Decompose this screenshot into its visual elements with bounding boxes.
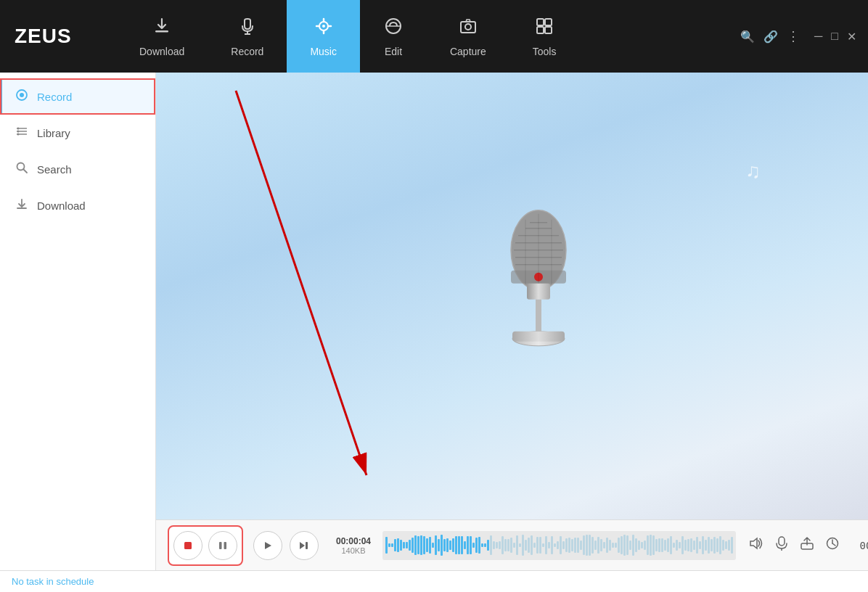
svg-point-23	[17, 131, 20, 133]
waveform-bar	[490, 535, 492, 555]
svg-rect-15	[537, 27, 544, 33]
waveform-bar	[626, 535, 629, 555]
waveform-bar	[507, 539, 509, 551]
time-counter-display: 00:00:00	[851, 540, 868, 551]
menu-titlebar-icon[interactable]: ⋮	[787, 28, 800, 44]
waveform-bar	[580, 540, 582, 549]
capture-nav-icon	[458, 16, 478, 41]
waveform-bar	[658, 538, 660, 551]
waveform-bar	[699, 541, 701, 548]
minimize-button[interactable]: ─	[814, 30, 822, 43]
microphone-illustration	[480, 207, 597, 369]
waveform-bar	[606, 538, 608, 553]
music-note-decoration: ♫	[745, 160, 761, 183]
waveform-bar	[493, 541, 495, 548]
nav-tab-edit[interactable]: Edit	[360, 0, 427, 73]
waveform-bar	[623, 535, 626, 555]
svg-marker-54	[750, 538, 757, 548]
waveform-bar	[513, 543, 515, 547]
transport-right-controls: 00:00:00	[749, 536, 868, 554]
nav-tab-record[interactable]: Record	[208, 0, 287, 73]
sidebar-search-label: Search	[37, 163, 72, 176]
svg-line-60	[832, 543, 835, 546]
nav-tab-download[interactable]: Download	[116, 0, 208, 73]
edit-nav-icon	[383, 16, 404, 41]
waveform-bar	[583, 535, 585, 555]
waveform-bar	[565, 538, 568, 552]
waveform-bar	[711, 539, 713, 551]
waveform-bar	[612, 543, 614, 548]
titlebar: ZEUS Download Record	[0, 0, 868, 73]
waveform-bar	[426, 538, 428, 553]
music-nav-icon	[314, 16, 334, 41]
waveform-bar	[591, 537, 594, 554]
maximize-button[interactable]: □	[831, 30, 838, 43]
app-logo: ZEUS	[0, 25, 116, 48]
nav-tab-music[interactable]: Music	[287, 0, 360, 73]
waveform-bar	[481, 543, 483, 547]
export-icon[interactable]	[800, 536, 814, 554]
waveform-bar	[475, 538, 478, 552]
waveform-bar	[423, 536, 425, 554]
waveform-bar	[679, 542, 681, 548]
waveform-bar	[414, 535, 417, 554]
waveform-bar	[452, 538, 454, 552]
waveform-bar	[562, 541, 565, 549]
nav-tabs: Download Record	[116, 0, 740, 73]
stop-button[interactable]	[173, 531, 202, 560]
svg-point-4	[322, 25, 325, 28]
svg-point-12	[465, 24, 471, 30]
waveform-bar	[525, 540, 527, 551]
transport-bar: 00:00:04 140KB	[156, 519, 868, 570]
sidebar-item-record[interactable]: Record	[0, 78, 155, 115]
svg-rect-13	[537, 19, 544, 25]
share-titlebar-icon[interactable]: 🔗	[763, 30, 778, 44]
waveform-bar	[443, 539, 446, 551]
play-button[interactable]	[253, 531, 282, 560]
skip-button[interactable]	[290, 531, 319, 560]
mic-transport-icon[interactable]	[775, 536, 788, 554]
sidebar-item-search[interactable]: Search	[0, 151, 155, 187]
waveform-bar	[391, 543, 393, 547]
svg-rect-48	[184, 542, 192, 549]
waveform-bar	[609, 540, 611, 550]
waveform-bar	[496, 542, 498, 548]
waveform-bar	[539, 537, 541, 553]
waveform-bar	[472, 543, 475, 548]
pause-button[interactable]	[208, 531, 237, 560]
waveform-bar	[385, 537, 388, 554]
sidebar-item-download[interactable]: Download	[0, 187, 155, 223]
svg-rect-14	[545, 19, 552, 25]
waveform-bar	[545, 536, 547, 554]
svg-rect-53	[306, 542, 308, 549]
waveform-bar	[406, 542, 408, 548]
waveform-bar	[400, 540, 402, 551]
waveform-bar	[652, 535, 655, 554]
nav-tab-capture[interactable]: Capture	[427, 0, 509, 73]
waveform-bar	[420, 535, 422, 554]
nav-tab-tools[interactable]: Tools	[509, 0, 580, 73]
svg-line-26	[23, 169, 27, 173]
sidebar-item-library[interactable]: Library	[0, 115, 155, 151]
svg-marker-51	[265, 542, 271, 549]
waveform-bar	[554, 543, 556, 547]
close-button[interactable]: ✕	[847, 30, 856, 44]
record-sidebar-icon	[15, 89, 28, 104]
clock-icon[interactable]	[826, 537, 839, 554]
waveform-bar	[542, 543, 544, 546]
search-sidebar-icon	[15, 161, 28, 177]
sidebar-library-label: Library	[37, 127, 70, 139]
search-titlebar-icon[interactable]: 🔍	[740, 30, 755, 44]
waveform-bar	[528, 538, 530, 552]
waveform-bar	[388, 543, 390, 547]
elapsed-time: 00:00:04	[336, 536, 371, 546]
waveform-bar	[635, 538, 637, 551]
waveform-bar	[670, 536, 672, 555]
waveform-bar	[618, 538, 620, 554]
waveform-bar	[586, 535, 588, 556]
nav-tab-record-label: Record	[231, 46, 263, 57]
volume-icon[interactable]	[749, 537, 763, 554]
waveform-bar	[589, 535, 591, 556]
sidebar-download-label: Download	[37, 200, 86, 212]
svg-line-30	[236, 91, 367, 475]
